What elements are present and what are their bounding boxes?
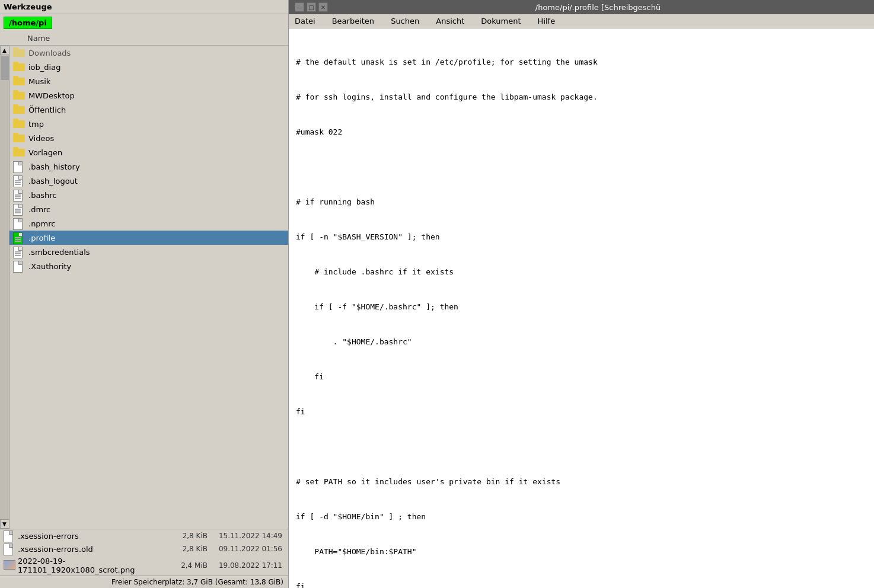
file-lines-green-icon [13,232,25,243]
maximize-button[interactable]: □ [307,2,316,12]
fm-status-bar: Freier Speicherplatz: 3,7 GiB (Gesamt: 1… [0,576,288,588]
item-name: .bash_history [28,162,80,171]
detail-item[interactable]: .xsession-errors.old 2,8 KiB 09.11.2022 … [0,542,288,555]
code-line: if [ -n "$BASH_VERSION" ]; then [296,231,867,243]
editor-title: /home/pi/.profile [Schreibgeschü [328,3,868,12]
status-text: Freier Speicherplatz: 3,7 GiB (Gesamt: 1… [111,578,283,586]
list-item[interactable]: Öffentlich [9,103,288,117]
fm-detail-section: .xsession-errors 2,8 KiB 15.11.2022 14:4… [0,529,288,576]
item-name: MWDesktop [28,91,75,100]
code-line [296,441,867,453]
fm-toolbar: Werkzeuge [0,0,288,14]
list-item[interactable]: .bash_history [9,159,288,174]
item-name: Downloads [28,49,71,57]
folder-icon [13,62,25,72]
file-lines-icon [13,190,25,200]
item-name: .Xauthority [28,262,71,271]
list-item[interactable]: Musik [9,74,288,88]
menu-dokument[interactable]: Dokument [477,15,524,27]
list-item[interactable]: tmp [9,117,288,131]
item-name: .npmrc [28,219,56,228]
folder-icon [13,47,25,58]
editor-menubar: Datei Bearbeiten Suchen Ansicht Dokument… [289,14,874,28]
toolbar-label: Werkzeuge [4,2,52,11]
list-item[interactable]: Vorlagen [9,145,288,159]
code-line: PATH="$HOME/bin:$PATH" [296,546,867,558]
detail-item[interactable]: 2022-08-19-171101_1920x1080_scrot.png 2,… [0,555,288,576]
fm-scroll-thumb[interactable] [1,56,9,80]
code-line: # if running bash [296,196,867,208]
menu-bearbeiten[interactable]: Bearbeiten [328,15,378,27]
list-item[interactable]: .Xauthority [9,259,288,273]
item-name: .bash_logout [28,177,78,186]
file-icon [13,261,25,271]
folder-icon [13,119,25,129]
detail-item-size: 2,8 KiB [160,545,208,553]
list-item-profile[interactable]: .profile [9,231,288,245]
code-line: #umask 022 [296,126,867,138]
file-lines-icon [13,175,25,186]
menu-suchen[interactable]: Suchen [387,15,423,27]
file-lines-icon [13,204,25,215]
close-button[interactable]: ✕ [318,2,328,12]
fm-scroll-area: ▲ ▼ Downloads iob_diag [0,46,288,529]
path-text: /home/pi [9,18,47,27]
fm-list-header-name: Name [27,34,50,43]
item-name: .smbcredentials [28,248,90,257]
list-item[interactable]: Downloads [9,46,288,60]
file-icon [4,531,15,541]
detail-item-name: .xsession-errors [4,531,160,541]
item-name: Vorlagen [28,148,62,157]
editor-content[interactable]: # the default umask is set in /etc/profi… [289,28,874,588]
file-icon [13,161,25,172]
menu-hilfe[interactable]: Hilfe [534,15,559,27]
code-line: if [ -d "$HOME/bin" ] ; then [296,511,867,523]
detail-item-date: 09.11.2022 01:56 [208,545,285,553]
list-item[interactable]: MWDesktop [9,88,288,103]
item-name: .bashrc [28,191,57,200]
item-name: tmp [28,120,44,129]
detail-item-date: 15.11.2022 14:49 [208,532,285,540]
code-line: if [ -f "$HOME/.bashrc" ]; then [296,301,867,313]
menu-ansicht[interactable]: Ansicht [432,15,468,27]
fm-list-header: Name [0,31,288,46]
item-name: .dmrc [28,205,50,214]
code-line: # set PATH so it includes user's private… [296,476,867,488]
fm-file-list: Downloads iob_diag Musik MWDesktop [9,46,288,529]
list-item[interactable]: Videos [9,131,288,145]
code-line: # the default umask is set in /etc/profi… [296,56,867,68]
folder-icon [13,147,25,158]
minimize-button[interactable]: — [295,2,304,12]
fm-scrollbar[interactable]: ▲ ▼ [0,46,9,529]
list-item[interactable]: .dmrc [9,202,288,216]
image-icon [4,560,15,571]
detail-item-size: 2,4 MiB [160,561,208,570]
list-item[interactable]: .npmrc [9,216,288,231]
editor-titlebar: — □ ✕ /home/pi/.profile [Schreibgeschü [289,0,874,14]
code-line [296,161,867,173]
list-item[interactable]: .bash_logout [9,174,288,188]
folder-icon [13,76,25,87]
list-item[interactable]: iob_diag [9,60,288,74]
menu-datei[interactable]: Datei [291,15,319,27]
folder-icon [13,90,25,101]
item-name: iob_diag [28,63,60,72]
detail-item[interactable]: .xsession-errors 2,8 KiB 15.11.2022 14:4… [0,529,288,542]
list-item[interactable]: .smbcredentials [9,245,288,259]
item-name: Öffentlich [28,106,66,114]
code-line: fi [296,371,867,383]
item-name: Videos [28,134,54,143]
fm-path-bar: /home/pi [0,14,288,31]
item-name: .profile [28,234,55,242]
list-item[interactable]: .bashrc [9,188,288,202]
folder-icon [13,133,25,143]
detail-item-date: 19.08.2022 17:11 [208,561,285,570]
code-line: # for ssh logins, install and configure … [296,91,867,103]
file-icon [4,544,15,554]
file-icon [13,218,25,229]
fm-path-box[interactable]: /home/pi [4,17,52,29]
scroll-down-arrow[interactable]: ▼ [0,519,9,529]
file-lines-icon [13,247,25,257]
scroll-up-arrow[interactable]: ▲ [0,46,9,55]
editor-window-controls: — □ ✕ [295,2,328,12]
